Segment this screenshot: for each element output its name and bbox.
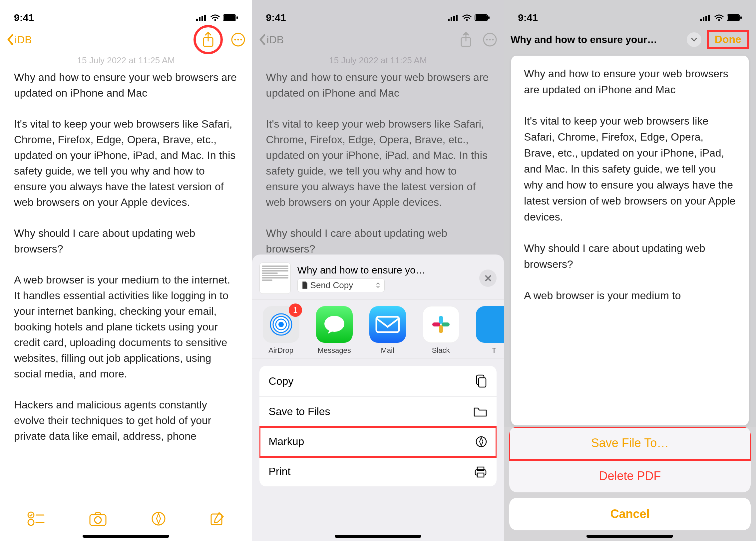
cellular-icon [448, 14, 459, 21]
preview-paragraph: A web browser is your medium to [524, 287, 736, 303]
note-thumbnail-icon [259, 263, 291, 294]
action-markup[interactable]: Markup [259, 427, 497, 457]
app-mail[interactable]: Mail [366, 306, 409, 355]
svg-point-31 [486, 39, 488, 41]
svg-rect-7 [236, 16, 238, 19]
svg-rect-41 [442, 322, 450, 326]
home-indicator[interactable] [586, 535, 673, 538]
save-file-to-button[interactable]: Save File To… [509, 427, 751, 460]
delete-pdf-button[interactable]: Delete PDF [509, 460, 751, 492]
chevron-down-icon[interactable] [687, 32, 701, 47]
status-icons [196, 14, 238, 21]
svg-rect-21 [448, 19, 450, 21]
app-label: Mail [381, 346, 394, 355]
checklist-icon[interactable] [27, 511, 45, 526]
note-paragraph: Hackers and malicious agents constantly … [14, 397, 238, 444]
action-print[interactable]: Print [259, 457, 497, 486]
airdrop-icon [269, 312, 293, 336]
share-actions-list: Copy Save to Files Markup Print [259, 366, 497, 486]
cancel-button[interactable]: Cancel [509, 498, 751, 530]
share-highlight [193, 25, 223, 54]
slack-icon [430, 314, 452, 335]
svg-point-34 [278, 322, 284, 327]
app-label: T [492, 346, 496, 355]
home-indicator[interactable] [335, 535, 421, 538]
svg-rect-52 [705, 16, 707, 21]
bottom-toolbar [0, 500, 252, 533]
svg-rect-42 [439, 325, 443, 333]
status-icons [700, 14, 742, 21]
back-button[interactable]: iDB [7, 34, 32, 46]
printer-icon [474, 466, 487, 478]
note-icon [302, 281, 308, 289]
more-icon[interactable] [231, 32, 245, 47]
close-icon[interactable]: ✕ [479, 270, 497, 287]
airdrop-badge: 1 [289, 303, 302, 317]
messages-icon [323, 314, 346, 334]
svg-rect-51 [703, 17, 704, 21]
svg-rect-43 [432, 322, 440, 326]
preview-paragraph: Why should I care about updating web bro… [524, 240, 736, 272]
svg-point-10 [234, 39, 236, 41]
note-body: Why and how to ensure your web browsers … [252, 66, 504, 257]
up-down-chevron-icon [376, 282, 380, 288]
preview-title: Why and how to ensure your web browsers … [524, 66, 736, 98]
share-apps-row[interactable]: 1 AirDrop Messages Mail [252, 299, 504, 358]
back-button: iDB [259, 34, 284, 46]
screenshot-notes-app: 9:41 iDB 15 July 2022 at 11:25 AM Why an… [0, 0, 252, 541]
share-sheet: Why and how to ensure yo… Send Copy ✕ 1 … [252, 255, 504, 541]
send-copy-selector[interactable]: Send Copy [297, 278, 385, 292]
share-sheet-header: Why and how to ensure yo… Send Copy ✕ [252, 261, 504, 299]
status-time: 9:41 [518, 12, 538, 23]
cellular-icon [196, 14, 207, 21]
svg-point-25 [466, 19, 468, 21]
note-paragraph: A web browser is your medium to the inte… [14, 272, 238, 382]
app-airdrop[interactable]: 1 AirDrop [259, 306, 303, 355]
action-copy[interactable]: Copy [259, 366, 497, 397]
home-indicator[interactable] [83, 535, 169, 538]
note-paragraph: It's vital to keep your web browsers lik… [14, 116, 238, 210]
send-copy-label: Send Copy [310, 280, 353, 290]
svg-rect-24 [456, 15, 458, 21]
svg-point-12 [240, 39, 242, 41]
svg-point-14 [28, 519, 34, 525]
status-time: 9:41 [266, 12, 286, 23]
action-save-files[interactable]: Save to Files [259, 397, 497, 427]
status-time: 9:41 [14, 12, 34, 23]
battery-icon [223, 14, 238, 21]
svg-rect-0 [196, 19, 198, 21]
copy-icon [475, 374, 487, 388]
svg-rect-40 [439, 316, 443, 324]
note-title: Why and how to ensure your web browsers … [14, 70, 238, 101]
folder-icon [473, 406, 487, 417]
camera-icon[interactable] [89, 511, 107, 526]
share-title: Why and how to ensure yo… [297, 265, 473, 276]
note-date: 15 July 2022 at 11:25 AM [252, 53, 504, 66]
markup-title: Why and how to ensure your… [511, 34, 681, 45]
battery-icon [475, 14, 490, 21]
app-slack[interactable]: Slack [419, 306, 463, 355]
svg-rect-2 [201, 16, 203, 21]
pdf-preview[interactable]: Why and how to ensure your web browsers … [511, 56, 749, 425]
screenshot-markup-save: 9:41 Why and how to ensure your… Done Wh… [504, 0, 756, 541]
markup-pen-icon[interactable] [151, 511, 166, 526]
status-bar: 9:41 [504, 0, 756, 27]
share-icon[interactable] [201, 32, 215, 48]
done-button[interactable]: Done [712, 33, 744, 45]
compose-icon[interactable] [210, 511, 224, 526]
action-label: Save to Files [269, 405, 330, 418]
app-twitter-partial[interactable]: T [473, 306, 504, 355]
svg-point-11 [237, 39, 239, 41]
action-label: Print [269, 465, 291, 478]
wifi-icon [210, 14, 220, 21]
app-label: AirDrop [268, 346, 293, 355]
svg-point-4 [214, 19, 216, 21]
wifi-icon [714, 14, 724, 21]
action-sheet-options: Save File To… Delete PDF [509, 427, 751, 492]
app-messages[interactable]: Messages [313, 306, 356, 355]
note-date: 15 July 2022 at 11:25 AM [0, 53, 252, 66]
svg-rect-53 [708, 15, 710, 21]
note-paragraph: Why should I care about updating web bro… [14, 226, 238, 257]
nav-bar: iDB [252, 27, 504, 53]
svg-point-33 [492, 39, 494, 41]
